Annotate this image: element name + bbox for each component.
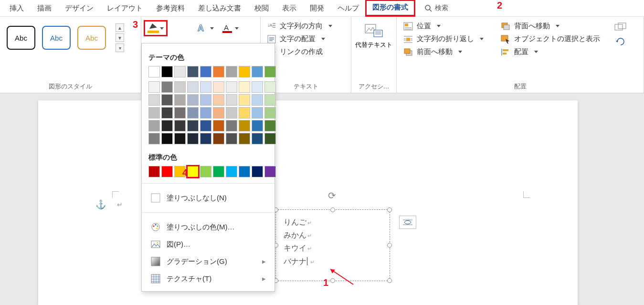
- color-swatch[interactable]: [187, 94, 199, 106]
- color-swatch[interactable]: [200, 94, 211, 106]
- gradient-fill-option[interactable]: グラデーション(G) ▸: [148, 253, 268, 270]
- bring-forward-button[interactable]: 前面へ移動: [401, 45, 486, 58]
- color-swatch[interactable]: [161, 81, 173, 93]
- shape-style-preset-2[interactable]: Abc: [42, 26, 71, 50]
- more-fill-colors-option[interactable]: 塗りつぶしの色(M)…: [148, 218, 268, 236]
- color-swatch[interactable]: [200, 107, 211, 119]
- tab-view[interactable]: 表示: [275, 1, 303, 16]
- color-swatch[interactable]: [213, 166, 224, 177]
- tab-references[interactable]: 参考資料: [149, 1, 191, 16]
- color-swatch[interactable]: [252, 166, 263, 177]
- shape-style-preset-1[interactable]: Abc: [7, 26, 35, 50]
- color-swatch[interactable]: [161, 107, 173, 119]
- color-swatch[interactable]: [226, 66, 237, 77]
- color-swatch[interactable]: [161, 166, 173, 177]
- resize-handle[interactable]: [387, 278, 392, 283]
- color-swatch[interactable]: [161, 133, 173, 144]
- color-swatch[interactable]: [187, 120, 199, 131]
- text-align-button[interactable]: 文字の配置: [264, 33, 347, 45]
- color-swatch[interactable]: [239, 107, 250, 119]
- create-link-button[interactable]: リンクの作成: [264, 45, 347, 58]
- tab-developer[interactable]: 開発: [303, 1, 331, 16]
- color-swatch[interactable]: [187, 166, 199, 177]
- color-swatch[interactable]: [174, 120, 186, 131]
- color-swatch[interactable]: [239, 166, 250, 177]
- tab-design[interactable]: デザイン: [58, 1, 100, 16]
- color-swatch[interactable]: [239, 120, 250, 131]
- color-swatch[interactable]: [148, 81, 160, 93]
- group-objects-icon[interactable]: [614, 22, 627, 33]
- color-swatch[interactable]: [213, 94, 224, 106]
- color-swatch[interactable]: [213, 66, 224, 77]
- no-fill-option[interactable]: 塗りつぶしなし(N): [148, 189, 268, 207]
- tab-draw[interactable]: 描画: [31, 1, 58, 16]
- color-swatch[interactable]: [187, 81, 199, 93]
- color-swatch[interactable]: [239, 81, 250, 93]
- resize-handle[interactable]: [387, 207, 392, 212]
- tab-mailings[interactable]: 差し込み文書: [191, 1, 248, 16]
- color-swatch[interactable]: [174, 94, 186, 106]
- resize-handle[interactable]: [330, 207, 335, 212]
- search-button[interactable]: 検索: [424, 4, 448, 12]
- color-swatch[interactable]: [252, 120, 263, 131]
- color-swatch[interactable]: [174, 66, 186, 77]
- color-swatch[interactable]: [252, 81, 263, 93]
- rotate-icon[interactable]: [614, 36, 627, 46]
- color-swatch[interactable]: [174, 133, 186, 144]
- color-swatch[interactable]: [148, 107, 160, 119]
- color-swatch[interactable]: [200, 81, 211, 93]
- color-swatch[interactable]: [264, 133, 276, 144]
- style-scroll-up-icon[interactable]: ▲: [116, 23, 124, 32]
- color-swatch[interactable]: [264, 66, 276, 77]
- color-swatch[interactable]: [213, 81, 224, 93]
- color-swatch[interactable]: [200, 66, 211, 77]
- color-swatch[interactable]: [174, 107, 186, 119]
- color-swatch[interactable]: [148, 94, 160, 106]
- tab-help[interactable]: ヘルプ: [331, 1, 366, 16]
- color-swatch[interactable]: [264, 120, 276, 131]
- color-swatch[interactable]: [174, 81, 186, 93]
- color-swatch[interactable]: [226, 166, 237, 177]
- tab-shape-format[interactable]: 図形の書式: [366, 0, 415, 16]
- color-swatch[interactable]: [148, 120, 160, 131]
- color-swatch[interactable]: [239, 94, 250, 106]
- resize-handle[interactable]: [387, 243, 392, 248]
- color-swatch[interactable]: [148, 66, 160, 77]
- color-swatch[interactable]: [226, 133, 237, 144]
- selection-pane-button[interactable]: オブジェクトの選択と表示: [498, 33, 603, 45]
- color-swatch[interactable]: [187, 107, 199, 119]
- color-swatch[interactable]: [252, 133, 263, 144]
- text-box-content[interactable]: りんご↵ みかん↵ キウイ↵ バナナ ↵: [276, 210, 390, 273]
- color-swatch[interactable]: [187, 66, 199, 77]
- page[interactable]: ⚓ ↵ ⟳ りんご↵ みかん↵ キウイ↵ バナナ ↵: [38, 100, 578, 305]
- tab-insert[interactable]: 挿入: [3, 1, 31, 16]
- font-color-button[interactable]: A: [222, 23, 239, 33]
- align-button[interactable]: 配置: [498, 45, 603, 58]
- send-backward-button[interactable]: 背面へ移動: [498, 20, 603, 33]
- color-swatch[interactable]: [264, 166, 276, 177]
- rotate-handle-icon[interactable]: ⟳: [328, 190, 336, 201]
- color-swatch[interactable]: [226, 94, 237, 106]
- color-swatch[interactable]: [252, 107, 263, 119]
- color-swatch[interactable]: [200, 166, 211, 177]
- color-swatch[interactable]: [187, 133, 199, 144]
- texture-fill-option[interactable]: テクスチャ(T) ▸: [148, 270, 268, 287]
- shape-fill-button[interactable]: [145, 22, 166, 35]
- color-swatch[interactable]: [264, 94, 276, 106]
- text-wrap-button[interactable]: 文字列の折り返し: [401, 33, 486, 45]
- color-swatch[interactable]: [148, 133, 160, 144]
- color-swatch[interactable]: [226, 81, 237, 93]
- text-effects-button[interactable]: A: [198, 23, 214, 33]
- color-swatch[interactable]: [213, 107, 224, 119]
- color-swatch[interactable]: [200, 133, 211, 144]
- tab-layout[interactable]: レイアウト: [100, 1, 149, 16]
- color-swatch[interactable]: [213, 133, 224, 144]
- style-gallery-expand-icon[interactable]: ▾: [116, 44, 124, 52]
- alt-text-button[interactable]: 代替テキスト: [355, 20, 392, 80]
- layout-options-button[interactable]: [399, 216, 416, 229]
- color-swatch[interactable]: [226, 120, 237, 131]
- text-direction-button[interactable]: ↓A 文字列の方向: [264, 20, 347, 33]
- color-swatch[interactable]: [161, 94, 173, 106]
- color-swatch[interactable]: [213, 120, 224, 131]
- shape-style-preset-3[interactable]: Abc: [77, 26, 106, 50]
